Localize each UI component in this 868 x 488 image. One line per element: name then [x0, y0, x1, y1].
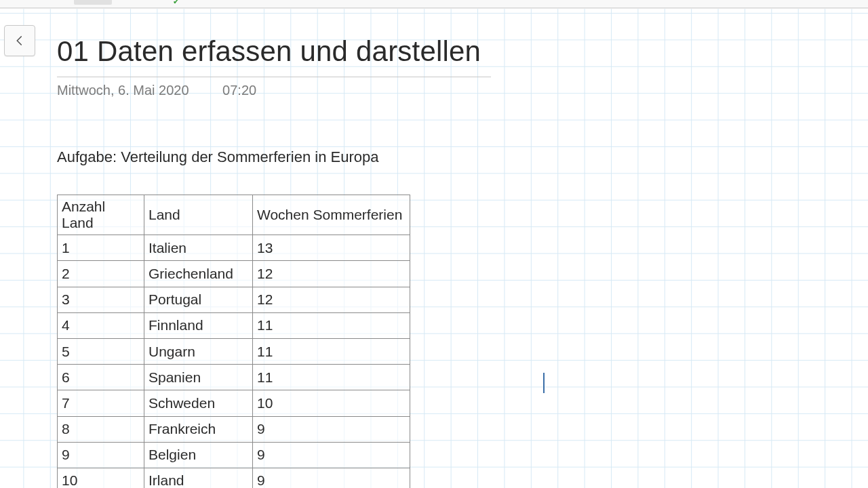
- header-wochen[interactable]: Wochen Sommerferien: [253, 195, 410, 235]
- cell-weeks[interactable]: 12: [253, 261, 410, 287]
- cell-idx[interactable]: 2: [58, 261, 144, 287]
- page-date: Mittwoch, 6. Mai 2020: [57, 83, 189, 98]
- cell-weeks[interactable]: 9: [253, 442, 410, 468]
- cell-land[interactable]: Irland: [144, 468, 253, 488]
- page-time: 07:20: [222, 83, 256, 98]
- back-button[interactable]: [4, 25, 35, 56]
- cell-land[interactable]: Finnland: [144, 312, 253, 338]
- header-anzahl-land[interactable]: Anzahl Land: [58, 195, 144, 235]
- table-body: 1Italien132Griechenland123Portugal124Fin…: [58, 235, 410, 488]
- table-row[interactable]: 7Schweden10: [58, 390, 410, 416]
- table-row[interactable]: 8Frankreich9: [58, 416, 410, 442]
- cell-idx[interactable]: 9: [58, 442, 144, 468]
- table-row[interactable]: 10Irland9: [58, 468, 410, 488]
- table-row[interactable]: 1Italien13: [58, 235, 410, 261]
- data-table[interactable]: Anzahl Land Land Wochen Sommerferien 1It…: [57, 195, 410, 488]
- cell-land[interactable]: Griechenland: [144, 261, 253, 287]
- cell-idx[interactable]: 6: [58, 365, 144, 390]
- cell-land[interactable]: Italien: [144, 235, 253, 261]
- page-title[interactable]: 01 Daten erfassen und darstellen: [57, 36, 613, 67]
- task-text[interactable]: Aufgabe: Verteilung der Sommerferien in …: [57, 148, 613, 166]
- ribbon-sliver: ✔: [0, 0, 868, 8]
- cell-weeks[interactable]: 11: [253, 338, 410, 364]
- table-row[interactable]: 2Griechenland12: [58, 261, 410, 287]
- table-row[interactable]: 3Portugal12: [58, 287, 410, 312]
- cell-weeks[interactable]: 12: [253, 287, 410, 312]
- cell-weeks[interactable]: 9: [253, 416, 410, 442]
- cell-weeks[interactable]: 9: [253, 468, 410, 488]
- cell-weeks[interactable]: 13: [253, 235, 410, 261]
- cell-idx[interactable]: 7: [58, 390, 144, 416]
- page-content: 01 Daten erfassen und darstellen Mittwoc…: [57, 36, 613, 488]
- cell-land[interactable]: Schweden: [144, 390, 253, 416]
- cell-idx[interactable]: 10: [58, 468, 144, 488]
- table-header-row: Anzahl Land Land Wochen Sommerferien: [58, 195, 410, 235]
- cell-land[interactable]: Frankreich: [144, 416, 253, 442]
- checkmark-icon: ✔: [173, 0, 179, 6]
- cell-idx[interactable]: 8: [58, 416, 144, 442]
- page-meta: Mittwoch, 6. Mai 2020 07:20: [57, 83, 613, 98]
- cell-land[interactable]: Portugal: [144, 287, 253, 312]
- cell-land[interactable]: Ungarn: [144, 338, 253, 364]
- table-row[interactable]: 9Belgien9: [58, 442, 410, 468]
- cell-idx[interactable]: 3: [58, 287, 144, 312]
- cell-land[interactable]: Belgien: [144, 442, 253, 468]
- cell-idx[interactable]: 1: [58, 235, 144, 261]
- cell-idx[interactable]: 4: [58, 312, 144, 338]
- cell-idx[interactable]: 5: [58, 338, 144, 364]
- title-underline: [57, 77, 491, 77]
- cell-weeks[interactable]: 10: [253, 390, 410, 416]
- note-canvas[interactable]: 01 Daten erfassen und darstellen Mittwoc…: [0, 8, 868, 488]
- table-row[interactable]: 4Finnland11: [58, 312, 410, 338]
- table-row[interactable]: 6Spanien11: [58, 365, 410, 390]
- cell-weeks[interactable]: 11: [253, 365, 410, 390]
- chevron-left-icon: [14, 32, 26, 49]
- header-land[interactable]: Land: [144, 195, 253, 235]
- cell-weeks[interactable]: 11: [253, 312, 410, 338]
- text-cursor: [543, 373, 545, 393]
- table-row[interactable]: 5Ungarn11: [58, 338, 410, 364]
- cell-land[interactable]: Spanien: [144, 365, 253, 390]
